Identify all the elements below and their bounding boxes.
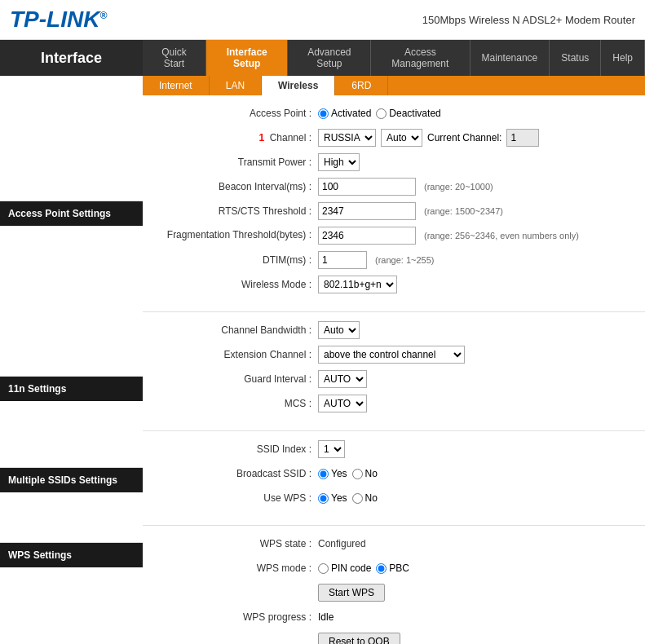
wps-state-value: Configured xyxy=(318,538,366,549)
dtim-row: DTIM(ms) : 1 (range: 1~255) xyxy=(155,250,633,270)
guard-interval-select[interactable]: AUTO xyxy=(318,370,367,388)
content: Access Point Settings 11n Settings Multi… xyxy=(0,95,645,644)
rts-hint: (range: 1500~2347) xyxy=(424,206,503,216)
dtim-label: DTIM(ms) : xyxy=(155,254,318,266)
wps-progress-row: WPS progress : Idle xyxy=(155,607,633,627)
rts-row: RTS/CTS Threshold : 2347 (range: 1500~23… xyxy=(155,201,633,221)
frag-input[interactable]: 2346 xyxy=(318,227,416,245)
reset-oob-row: Reset to OOB xyxy=(155,632,633,644)
mcs-control: AUTO xyxy=(318,395,367,412)
transmit-power-select[interactable]: High xyxy=(318,153,360,171)
wps-pbc-radio[interactable] xyxy=(376,563,387,574)
wps-section: WPS state : Configured WPS mode : PIN co… xyxy=(143,526,645,644)
channel-row: 1 Channel : RUSSIA Auto Current Channel:… xyxy=(155,128,633,148)
section-header-multiple-ssids: Multiple SSIDs Settings xyxy=(0,468,143,492)
transmit-power-control: High xyxy=(318,153,360,171)
channel-select[interactable]: RUSSIA xyxy=(318,129,376,147)
broadcast-ssid-label: Broadcast SSID : xyxy=(155,468,318,479)
access-point-label: Access Point : xyxy=(155,108,318,119)
broadcast-ssid-control: Yes No xyxy=(318,468,378,479)
current-channel-input: 1 xyxy=(506,129,539,147)
nav-maintenance[interactable]: Maintenance xyxy=(470,40,550,76)
mcs-select[interactable]: AUTO xyxy=(318,395,367,412)
ssid-index-row: SSID Index : 1 xyxy=(155,439,633,459)
device-name: 150Mbps Wireless N ADSL2+ Modem Router xyxy=(422,14,635,26)
ssid-index-control: 1 xyxy=(318,440,345,458)
wps-pbc-label[interactable]: PBC xyxy=(376,562,409,574)
sub-nav: Internet LAN Wireless 6RD xyxy=(143,76,645,95)
sub-nav-lan[interactable]: LAN xyxy=(210,76,262,95)
wps-state-control: Configured xyxy=(318,538,366,549)
frag-label: Fragmentation Threshold(bytes) : xyxy=(155,229,318,242)
sub-nav-internet[interactable]: Internet xyxy=(143,76,210,95)
use-wps-yes-radio[interactable] xyxy=(318,493,329,504)
wps-mode-label: WPS mode : xyxy=(155,562,318,574)
guard-interval-row: Guard Interval : AUTO xyxy=(155,369,633,389)
beacon-interval-input[interactable]: 100 xyxy=(318,178,416,196)
main-content: Access Point : Activated Deactivated 1 xyxy=(143,95,645,644)
channel-bw-row: Channel Bandwidth : Auto xyxy=(155,320,633,340)
wps-mode-row: WPS mode : PIN code PBC xyxy=(155,558,633,578)
wps-state-row: WPS state : Configured xyxy=(155,534,633,554)
section-header-wps: WPS Settings xyxy=(0,543,143,567)
use-wps-no-label[interactable]: No xyxy=(352,492,378,504)
channel-auto-select[interactable]: Auto xyxy=(381,129,422,147)
sub-nav-6rd[interactable]: 6RD xyxy=(335,76,388,95)
start-wps-row: Start WPS xyxy=(155,583,633,602)
extension-ch-row: Extension Channel : above the control ch… xyxy=(155,345,633,364)
nav-access-management[interactable]: Access Management xyxy=(371,40,470,76)
beacon-interval-control: 100 (range: 20~1000) xyxy=(318,178,493,196)
activated-radio-label[interactable]: Activated xyxy=(318,108,371,119)
transmit-power-row: Transmit Power : High xyxy=(155,152,633,172)
reset-oob-button[interactable]: Reset to OOB xyxy=(318,633,400,644)
channel-label: 1 Channel : xyxy=(155,132,318,143)
start-wps-button[interactable]: Start WPS xyxy=(318,584,385,602)
wps-pin-label[interactable]: PIN code xyxy=(318,562,371,574)
beacon-interval-row: Beacon Interval(ms) : 100 (range: 20~100… xyxy=(155,177,633,196)
mcs-row: MCS : AUTO xyxy=(155,394,633,413)
wps-pin-radio[interactable] xyxy=(318,563,329,574)
nav-help[interactable]: Help xyxy=(601,40,645,76)
broadcast-no-radio[interactable] xyxy=(352,469,363,479)
use-wps-yes-label[interactable]: Yes xyxy=(318,492,347,504)
broadcast-yes-radio[interactable] xyxy=(318,469,329,479)
sidebar: Access Point Settings 11n Settings Multi… xyxy=(0,95,143,644)
mcs-label: MCS : xyxy=(155,398,318,409)
access-point-row: Access Point : Activated Deactivated xyxy=(155,104,633,123)
wireless-mode-select[interactable]: 802.11b+g+n xyxy=(318,276,397,293)
use-wps-label: Use WPS : xyxy=(155,492,318,504)
nav-interface-setup[interactable]: Interface Setup xyxy=(206,40,289,76)
rts-control: 2347 (range: 1500~2347) xyxy=(318,202,503,220)
beacon-interval-hint: (range: 20~1000) xyxy=(424,182,493,192)
broadcast-no-label[interactable]: No xyxy=(352,468,378,479)
logo: TP-LINK® xyxy=(10,7,107,33)
nav-quick-start[interactable]: Quick Start xyxy=(143,40,206,76)
nav-sidebar-label: Interface xyxy=(0,40,143,76)
broadcast-yes-label[interactable]: Yes xyxy=(318,468,347,479)
use-wps-row: Use WPS : Yes No xyxy=(155,488,633,508)
dtim-input[interactable]: 1 xyxy=(318,251,367,269)
extension-ch-control: above the control channel xyxy=(318,346,465,364)
11n-section: Channel Bandwidth : Auto Extension Chann… xyxy=(143,312,645,431)
deactivated-radio[interactable] xyxy=(376,108,387,119)
nav-advanced-setup[interactable]: Advanced Setup xyxy=(288,40,371,76)
rts-label: RTS/CTS Threshold : xyxy=(155,205,318,217)
ssid-index-label: SSID Index : xyxy=(155,443,318,455)
deactivated-radio-label[interactable]: Deactivated xyxy=(376,108,440,119)
channel-bw-control: Auto xyxy=(318,321,360,339)
channel-bw-select[interactable]: Auto xyxy=(318,321,360,339)
access-point-section: Access Point : Activated Deactivated 1 xyxy=(143,95,645,312)
frag-hint: (range: 256~2346, even numbers only) xyxy=(424,231,579,240)
rts-input[interactable]: 2347 xyxy=(318,202,416,220)
extension-ch-select[interactable]: above the control channel xyxy=(318,346,465,364)
nav-status[interactable]: Status xyxy=(550,40,601,76)
nav-items: Quick Start Interface Setup Advanced Set… xyxy=(143,40,645,76)
guard-interval-control: AUTO xyxy=(318,370,367,388)
sub-nav-wireless[interactable]: Wireless xyxy=(262,76,335,95)
activated-radio[interactable] xyxy=(318,108,329,119)
section-header-access-point: Access Point Settings xyxy=(0,201,143,226)
frag-row: Fragmentation Threshold(bytes) : 2346 (r… xyxy=(155,226,633,245)
ssid-index-select[interactable]: 1 xyxy=(318,440,345,458)
reset-oob-control: Reset to OOB xyxy=(318,633,400,644)
use-wps-no-radio[interactable] xyxy=(352,493,363,504)
